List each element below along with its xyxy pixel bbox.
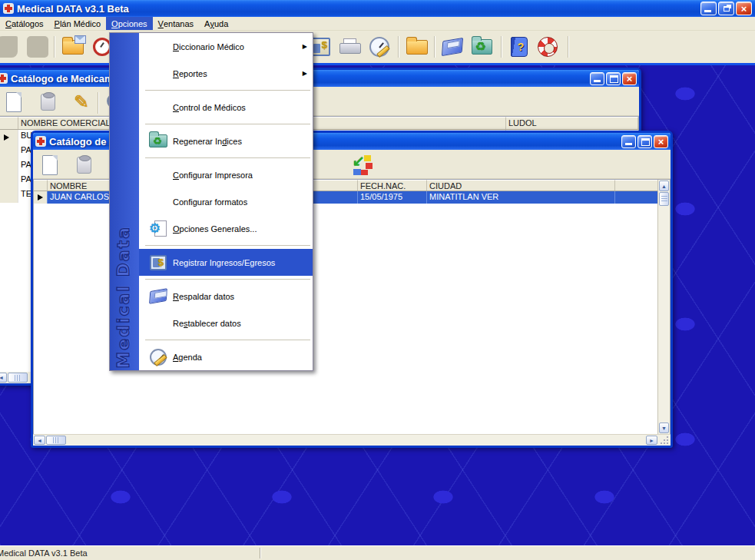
delete-box-icon	[77, 157, 91, 174]
menu-opciones[interactable]: Opciones	[106, 17, 152, 30]
medicamentos-grid-header: NOMBRE COMERCIAL LUDOL	[0, 117, 638, 130]
toolbar-separator	[54, 36, 55, 58]
partial-column-header[interactable]: LUDOL	[506, 117, 638, 129]
row-pointer-icon	[4, 134, 9, 141]
backup-disk-icon	[149, 288, 167, 304]
menu-item-respaldar-datos[interactable]: Respaldar datos	[139, 283, 313, 310]
restore-folder-icon: ♻	[472, 39, 492, 55]
edit-pencil-icon: ✎	[74, 93, 89, 111]
delete-record-button[interactable]	[35, 90, 61, 114]
menu-item-configurar-impresora[interactable]: Configurar Impresora	[139, 161, 313, 188]
row-pointer-icon	[38, 194, 43, 200]
close-button[interactable]: ×	[654, 135, 668, 148]
menu-item-configurar-formatos[interactable]: Configurar formatos	[139, 188, 313, 215]
toolbar-separator	[568, 36, 569, 58]
resize-grip[interactable]	[659, 435, 670, 445]
scroll-up-button[interactable]: ▲	[659, 181, 669, 191]
delete-record-button[interactable]	[71, 153, 97, 177]
toolbar-backup-button[interactable]	[439, 35, 465, 59]
delete-box-icon	[41, 94, 55, 111]
toolbar-folder-button[interactable]	[404, 35, 430, 59]
printer-icon	[339, 38, 359, 55]
toolbar-agenda-button[interactable]	[366, 35, 392, 59]
new-document-icon	[6, 92, 22, 112]
scrollbar-thumb[interactable]	[659, 192, 669, 206]
maximize-button[interactable]	[637, 135, 652, 148]
restore-icon	[724, 6, 730, 12]
status-text: Medical DATA v3.1 Beta	[0, 548, 88, 558]
medicamentos-window-title: Catálogo de Medicam	[11, 73, 114, 84]
row-selector	[0, 130, 18, 144]
new-record-button[interactable]	[1, 90, 27, 114]
scroll-right-button[interactable]: ►	[646, 436, 657, 445]
exit-button[interactable]: ↙	[349, 153, 376, 177]
status-divider	[260, 548, 261, 558]
edit-record-button[interactable]: ✎	[68, 90, 94, 114]
scrollbar-thumb[interactable]	[46, 436, 66, 445]
column-header-fech-nac[interactable]: FECH.NAC.	[358, 180, 427, 191]
backup-disk-icon	[442, 38, 463, 56]
menu-separator	[139, 154, 313, 161]
scroll-left-button[interactable]: ◄	[0, 373, 7, 383]
medicamentos-title-bar[interactable]: Catálogo de Medicam ×	[0, 70, 639, 87]
menu-item-registrar-ingresos-egresos[interactable]: $ Registrar Ingresos/Egresos	[139, 249, 313, 276]
row-selector	[0, 174, 18, 188]
restore-button[interactable]	[718, 2, 734, 15]
menu-item-reportes[interactable]: Reportes ▶	[139, 60, 313, 87]
menu-item-control-de-medicos[interactable]: Control de Médicos	[139, 94, 313, 121]
maximize-icon	[641, 138, 650, 146]
close-button[interactable]: ×	[736, 2, 752, 15]
maximize-icon	[610, 75, 618, 83]
toolbar-send-button[interactable]	[60, 35, 86, 59]
mail-folder-icon	[62, 40, 84, 55]
toolbar-about-button[interactable]	[535, 35, 561, 59]
toolbar-disabled-button-2	[25, 35, 51, 59]
menu-item-regenerar-indices[interactable]: ♻ Regenerar Indices	[139, 128, 313, 154]
title-bar[interactable]: Medical DATA v3.1 Beta ×	[0, 0, 755, 17]
menu-separator	[139, 276, 313, 283]
row-selector	[0, 159, 18, 174]
toolbar-separator	[434, 36, 435, 58]
gear-icon: ⚙	[149, 220, 167, 238]
scrollbar-thumb[interactable]	[8, 373, 28, 383]
close-icon: ×	[623, 73, 636, 84]
minimize-button[interactable]	[700, 2, 717, 15]
cash-register-icon: $	[150, 255, 167, 270]
menu-item-opciones-generales[interactable]: ⚙ Opciones Generales...	[139, 215, 313, 242]
new-record-button[interactable]	[37, 153, 63, 177]
menu-item-diccionario-medico[interactable]: Diccionario Médico ▶	[139, 33, 313, 60]
status-bar: Medical DATA v3.1 Beta	[0, 545, 755, 560]
minimize-button[interactable]	[590, 72, 604, 85]
medicamentos-window-icon	[0, 73, 8, 84]
menu-separator	[139, 87, 313, 94]
disabled-tool-icon	[0, 36, 18, 58]
menu-separator	[139, 121, 313, 128]
toolbar-print-button[interactable]	[336, 35, 363, 59]
opciones-dropdown-menu: Medical Data Diccionario Médico ▶ Report…	[109, 32, 313, 371]
new-document-icon	[42, 155, 58, 175]
scroll-left-button[interactable]: ◄	[34, 436, 45, 445]
toolbar-help-button[interactable]: ?	[506, 35, 532, 59]
submenu-arrow-icon: ▶	[303, 43, 307, 50]
minimize-icon	[594, 80, 601, 82]
scroll-down-button[interactable]: ▼	[659, 422, 669, 433]
agenda-clock-icon	[369, 37, 389, 57]
vertical-scrollbar: ▲ ▼	[657, 180, 670, 434]
disabled-tool-icon	[27, 36, 48, 58]
menu-brand-vertical-text: Medical Data	[114, 226, 133, 369]
maximize-button[interactable]	[606, 72, 621, 85]
help-book-icon: ?	[511, 37, 528, 57]
menu-bar: Catálogos Plán Médico Opciones Ventanas …	[0, 17, 755, 31]
close-button[interactable]: ×	[622, 72, 637, 85]
menu-ventanas[interactable]: Ventanas	[153, 17, 200, 30]
menu-item-agenda[interactable]: Agenda	[139, 343, 313, 370]
menu-item-restablecer-datos[interactable]: Restablecer datos	[139, 310, 313, 336]
toolbar-restore-button[interactable]: ♻	[469, 35, 495, 59]
menu-ayuda[interactable]: Ayuda	[199, 17, 233, 30]
menu-plan-medico[interactable]: Plán Médico	[49, 17, 107, 30]
minimize-button[interactable]	[621, 135, 636, 148]
menu-catalogos[interactable]: Catálogos	[0, 17, 49, 30]
row-selector	[0, 144, 18, 159]
toolbar-separator	[501, 36, 502, 58]
column-header-ciudad[interactable]: CIUDAD	[427, 180, 615, 191]
